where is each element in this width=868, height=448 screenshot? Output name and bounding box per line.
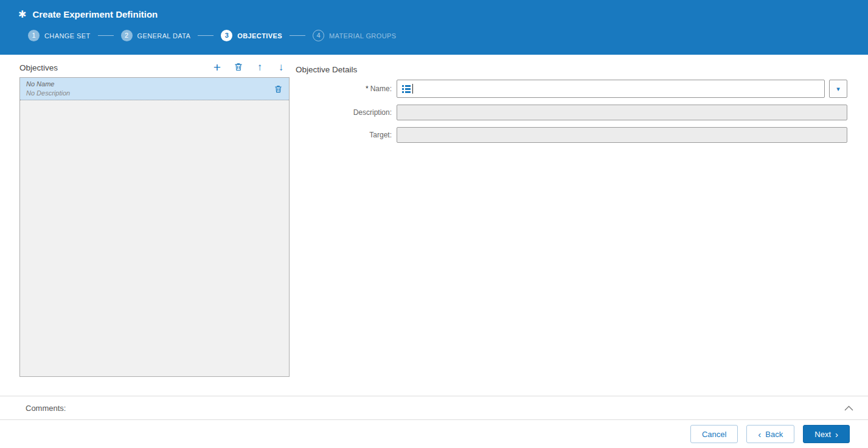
wizard-steps: 1 CHANGE SET 2 GENERAL DATA 3 OBJECTIVES…: [0, 30, 868, 41]
comments-label: Comments:: [26, 404, 66, 413]
description-input[interactable]: [397, 105, 847, 120]
step-4-label: MATERIAL GROUPS: [329, 32, 397, 40]
next-chevron-icon: ›: [835, 430, 838, 439]
delete-objective-icon[interactable]: [233, 61, 244, 72]
target-label: Target:: [296, 131, 397, 139]
details-panel-header: Objective Details: [296, 64, 357, 75]
step-2-number: 2: [121, 30, 133, 41]
step-3-number: 3: [221, 30, 232, 41]
objective-item-name: No Name: [26, 80, 70, 89]
name-input[interactable]: [397, 80, 825, 98]
step-3-label: OBJECTIVES: [237, 32, 282, 40]
objective-list-item[interactable]: No Name No Description: [20, 78, 289, 100]
comments-section-header[interactable]: Comments:: [0, 396, 868, 420]
step-change-set[interactable]: 1 CHANGE SET: [28, 30, 91, 41]
wizard-header: ✱ Create Experiment Definition 1 CHANGE …: [0, 0, 868, 55]
cancel-button-label: Cancel: [702, 430, 726, 439]
back-chevron-icon: ‹: [758, 430, 761, 439]
details-panel-title: Objective Details: [296, 65, 357, 74]
page-title: Create Experiment Definition: [32, 9, 158, 19]
objective-details-form: *Name: ▾ Description: Target:: [296, 80, 847, 150]
required-marker: *: [366, 84, 369, 93]
back-button[interactable]: ‹ Back: [746, 425, 794, 443]
step-4-number: 4: [313, 30, 324, 41]
objectives-list: No Name No Description: [19, 77, 290, 377]
add-objective-icon[interactable]: +: [212, 61, 223, 72]
objectives-panel-title: Objectives: [19, 63, 58, 72]
next-button[interactable]: Next ›: [803, 425, 850, 443]
step-separator: [198, 35, 214, 36]
move-up-icon[interactable]: ↑: [254, 61, 265, 72]
move-down-icon[interactable]: ↓: [276, 61, 286, 72]
step-1-label: CHANGE SET: [44, 32, 91, 40]
step-objectives[interactable]: 3 OBJECTIVES: [221, 30, 282, 41]
objective-item-description: No Description: [26, 89, 70, 98]
target-row: Target:: [296, 127, 847, 143]
cancel-button[interactable]: Cancel: [690, 425, 738, 443]
collapse-chevron-icon[interactable]: [844, 405, 853, 411]
step-general-data[interactable]: 2 GENERAL DATA: [121, 30, 191, 41]
name-row: *Name: ▾: [296, 80, 847, 98]
description-label: Description:: [296, 108, 397, 117]
description-row: Description:: [296, 105, 847, 120]
step-separator: [290, 35, 305, 36]
text-cursor: [412, 84, 413, 94]
value-list-icon: [401, 84, 411, 94]
next-button-label: Next: [814, 430, 831, 439]
objectives-panel-header: Objectives + ↑ ↓: [19, 61, 290, 72]
name-dropdown-button[interactable]: ▾: [829, 80, 847, 98]
name-label: *Name:: [296, 84, 397, 93]
step-separator: [98, 35, 114, 36]
step-1-number: 1: [28, 30, 40, 41]
objective-item-texts: No Name No Description: [26, 80, 70, 98]
step-material-groups[interactable]: 4 MATERIAL GROUPS: [313, 30, 397, 41]
wizard-footer: Cancel ‹ Back Next ›: [0, 420, 868, 448]
item-trash-icon[interactable]: [274, 84, 283, 94]
app-asterisk-icon: ✱: [18, 10, 26, 19]
back-button-label: Back: [765, 430, 783, 439]
name-field-group: ▾: [397, 80, 847, 98]
objectives-toolbar: + ↑ ↓: [212, 61, 290, 72]
title-row: ✱ Create Experiment Definition: [0, 0, 868, 19]
step-2-label: GENERAL DATA: [137, 32, 191, 40]
target-input[interactable]: [397, 127, 847, 143]
